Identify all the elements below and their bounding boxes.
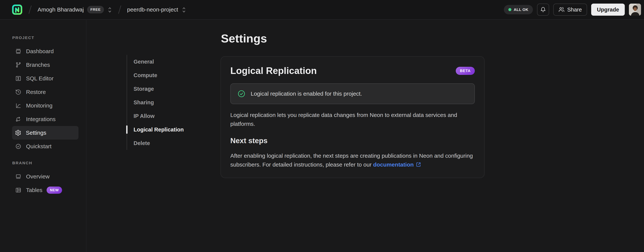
alert-text: Logical replication is enabled for this … [251,90,362,97]
success-alert: Logical replication is enabled for this … [230,83,475,104]
next-steps-heading: Next steps [230,136,475,145]
subnav-item-sharing[interactable]: Sharing [127,96,195,109]
check-circle-icon [15,143,22,150]
sidebar-item-label: Quickstart [26,143,52,150]
org-breadcrumb[interactable]: Amogh Bharadwaj FREE [38,6,112,14]
integrations-icon [15,116,22,122]
share-label: Share [567,6,582,13]
share-button[interactable]: Share [553,4,587,16]
git-branch-icon [15,62,22,68]
sidebar-item-label: Branches [26,62,50,68]
window-icon [15,173,22,180]
subnav-item-ip-allow[interactable]: IP Allow [127,109,195,123]
sidebar-item-monitoring[interactable]: Monitoring [12,99,78,112]
documentation-link[interactable]: documentation [373,162,414,168]
chevron-updown-icon [182,6,186,13]
upgrade-button[interactable]: Upgrade [591,4,625,16]
sidebar-item-restore[interactable]: Restore [12,85,78,99]
notifications-button[interactable] [537,4,549,16]
sidebar-item-integrations[interactable]: Integrations [12,112,78,126]
sidebar-item-overview[interactable]: Overview [12,170,78,183]
top-bar: Amogh Bharadwaj FREE peerdb-neon-project… [0,0,644,20]
next-steps-text: After enabling logical replication, the … [230,152,473,168]
subnav-item-logical-replication[interactable]: Logical Replication [127,123,195,136]
status-badge[interactable]: ALL OK [504,5,533,14]
sidebar-item-label: Monitoring [26,102,52,109]
subnav-item-compute[interactable]: Compute [127,68,195,82]
sidebar-item-label: Settings [26,130,46,136]
dashboard-icon [15,48,22,54]
sidebar-item-label: SQL Editor [26,75,54,82]
table-icon [15,187,22,193]
project-name: peerdb-neon-project [127,6,178,13]
status-label: ALL OK [514,8,528,12]
next-steps-paragraph: After enabling logical replication, the … [230,151,474,169]
sidebar-item-label: Overview [26,173,50,180]
chevron-updown-icon [107,6,112,13]
subnav-item-delete[interactable]: Delete [127,136,195,150]
sidebar-section-branch: BRANCH [12,161,86,165]
sidebar-item-quickstart[interactable]: Quickstart [12,140,78,153]
gear-icon [15,130,21,136]
sidebar-item-settings[interactable]: Settings [12,126,78,140]
card-description: Logical replication lets you replicate d… [230,110,470,128]
sidebar-item-tables[interactable]: Tables NEW [12,183,78,197]
user-avatar[interactable] [629,4,641,16]
neon-logo[interactable] [12,4,23,15]
logical-replication-card: Logical Replication BETA Logical replica… [220,56,484,178]
settings-subnav: General Compute Storage Sharing IP Allow… [126,55,195,150]
sidebar-item-label: Dashboard [26,48,54,54]
beta-badge: BETA [456,67,475,75]
sql-editor-icon [15,75,22,82]
sidebar-item-sql-editor[interactable]: SQL Editor [12,72,78,85]
subnav-item-general[interactable]: General [127,55,195,68]
sidebar-item-label: Integrations [26,116,56,122]
new-badge: NEW [46,186,62,194]
check-circle-icon [237,90,246,98]
external-link-icon[interactable] [416,161,421,166]
breadcrumb-divider [118,6,121,14]
plan-badge: FREE [87,6,104,14]
status-dot [508,8,512,11]
sidebar-item-dashboard[interactable]: Dashboard [12,44,78,58]
sidebar-item-label: Tables [26,187,42,193]
history-icon [15,89,22,95]
bell-icon [540,6,546,13]
project-breadcrumb[interactable]: peerdb-neon-project [127,6,186,13]
chart-icon [15,102,22,109]
sidebar-item-label: Restore [26,89,46,95]
sidebar-item-branches[interactable]: Branches [12,58,78,72]
subnav-item-storage[interactable]: Storage [127,82,195,96]
org-name: Amogh Bharadwaj [38,6,84,13]
card-title: Logical Replication [230,65,317,76]
sidebar: PROJECT Dashboard Branches [0,20,86,252]
breadcrumb-divider [28,6,32,14]
users-icon [558,6,564,13]
sidebar-section-project: PROJECT [12,36,86,40]
page-title: Settings [221,32,267,45]
